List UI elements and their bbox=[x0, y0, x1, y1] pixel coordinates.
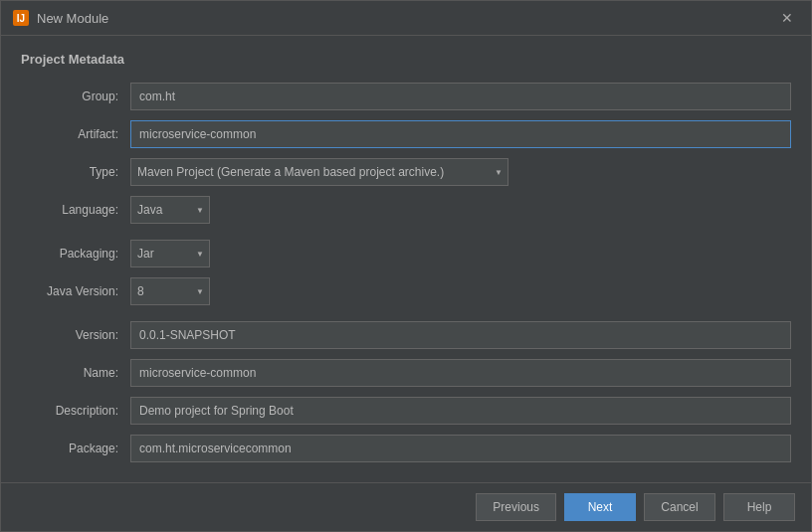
java-version-select-wrapper: 8 11 17 bbox=[130, 277, 210, 305]
section-title: Project Metadata bbox=[21, 52, 791, 67]
description-row: Description: bbox=[21, 397, 791, 425]
language-select-wrapper: Java Kotlin Groovy bbox=[130, 196, 210, 224]
name-input[interactable] bbox=[130, 359, 791, 387]
description-input[interactable] bbox=[130, 397, 791, 425]
java-version-label: Java Version: bbox=[21, 284, 130, 298]
version-input[interactable] bbox=[130, 321, 791, 349]
java-version-select[interactable]: 8 11 17 bbox=[130, 277, 210, 305]
group-input[interactable] bbox=[130, 83, 791, 110]
packaging-select[interactable]: Jar War bbox=[130, 240, 210, 267]
cancel-button[interactable]: Cancel bbox=[644, 493, 715, 521]
title-bar: IJ New Module ✕ bbox=[1, 1, 811, 36]
app-icon: IJ bbox=[13, 10, 29, 26]
new-module-dialog: IJ New Module ✕ Project Metadata Group: … bbox=[0, 0, 812, 532]
package-input[interactable] bbox=[130, 435, 791, 462]
language-select[interactable]: Java Kotlin Groovy bbox=[130, 196, 210, 224]
description-label: Description: bbox=[21, 404, 130, 418]
previous-button[interactable]: Previous bbox=[476, 493, 556, 521]
type-select[interactable]: Maven Project (Generate a Maven based pr… bbox=[130, 158, 508, 186]
type-row: Type: Maven Project (Generate a Maven ba… bbox=[21, 158, 791, 186]
package-row: Package: bbox=[21, 435, 791, 462]
version-label: Version: bbox=[21, 328, 130, 342]
group-label: Group: bbox=[21, 89, 130, 103]
packaging-select-wrapper: Jar War bbox=[130, 240, 210, 267]
name-row: Name: bbox=[21, 359, 791, 387]
artifact-label: Artifact: bbox=[21, 127, 130, 141]
dialog-footer: Previous Next Cancel Help bbox=[1, 482, 811, 531]
packaging-label: Packaging: bbox=[21, 247, 130, 261]
close-button[interactable]: ✕ bbox=[775, 9, 799, 27]
help-button[interactable]: Help bbox=[723, 493, 795, 521]
artifact-row: Artifact: bbox=[21, 120, 791, 148]
artifact-input[interactable] bbox=[130, 120, 791, 148]
language-row: Language: Java Kotlin Groovy bbox=[21, 196, 791, 224]
name-label: Name: bbox=[21, 366, 130, 380]
group-row: Group: bbox=[21, 83, 791, 110]
package-label: Package: bbox=[21, 442, 130, 455]
dialog-content: Project Metadata Group: Artifact: Type: … bbox=[1, 36, 811, 482]
type-select-wrapper: Maven Project (Generate a Maven based pr… bbox=[130, 158, 508, 186]
type-label: Type: bbox=[21, 165, 130, 179]
title-bar-left: IJ New Module bbox=[13, 10, 108, 26]
dialog-title: New Module bbox=[37, 11, 108, 26]
packaging-row: Packaging: Jar War bbox=[21, 240, 791, 267]
language-label: Language: bbox=[21, 203, 130, 217]
next-button[interactable]: Next bbox=[564, 493, 636, 521]
java-version-row: Java Version: 8 11 17 bbox=[21, 277, 791, 305]
version-row: Version: bbox=[21, 321, 791, 349]
